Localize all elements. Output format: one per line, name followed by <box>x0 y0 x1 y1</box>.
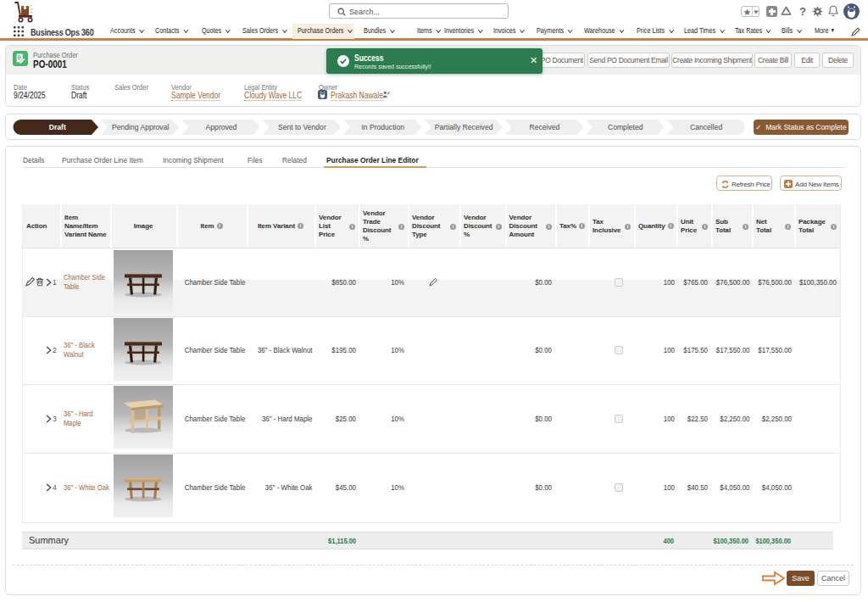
svg-text:Received: Received <box>529 123 559 131</box>
svg-text:Draft: Draft <box>49 123 66 131</box>
svg-text:In Production: In Production <box>361 123 404 131</box>
svg-text:Sent to Vendor: Sent to Vendor <box>278 123 326 131</box>
svg-text:Pending Approval: Pending Approval <box>112 123 169 131</box>
svg-text:Approved: Approved <box>206 123 237 131</box>
svg-text:Partially Received: Partially Received <box>435 123 493 131</box>
svg-text:Completed: Completed <box>608 123 643 131</box>
svg-text:Cancelled: Cancelled <box>690 123 722 131</box>
